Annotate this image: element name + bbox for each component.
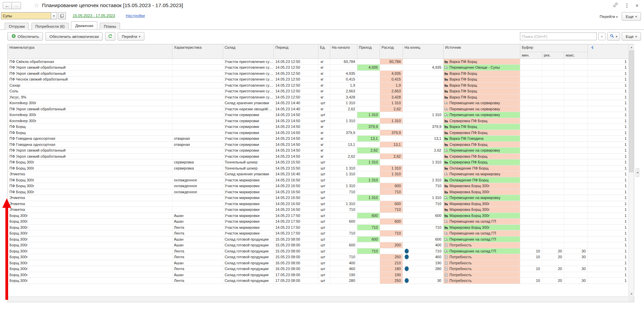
- segment-input[interactable]: [1, 12, 51, 19]
- table-row[interactable]: ПФ Укроп свежий обработанныйУчасток серв…: [8, 153, 628, 159]
- refresh-button[interactable]: [105, 32, 115, 41]
- cell-nomenclature: Уксус, 9%: [8, 94, 172, 100]
- col-income[interactable]: Приход: [357, 44, 380, 59]
- table-row[interactable]: Борщ 300гАшанУчасток маркировки14.05.23 …: [8, 219, 628, 225]
- app-window: ← → ☆ Планирование цепочек поставок [15.…: [0, 0, 644, 310]
- table-row[interactable]: Борщ 300гАшанСклад готовой продукции15.0…: [8, 242, 628, 248]
- col-buffer-min[interactable]: мин.: [520, 52, 542, 59]
- table-row[interactable]: Контейнер 300гУчасток сервировки14.05.23…: [8, 112, 628, 118]
- chevron-down-icon: ▾: [635, 35, 637, 38]
- source-cell-content: Варка ПФ Борщ: [444, 83, 519, 88]
- panel-collapse-handle[interactable]: ◀: [636, 168, 639, 177]
- cell-warehouse: Участок сервировки: [223, 136, 273, 142]
- close-icon[interactable]: ×: [636, 3, 639, 8]
- horizontal-scrollbar[interactable]: [8, 296, 628, 302]
- col-source[interactable]: Источник: [443, 44, 520, 59]
- table-row[interactable]: ПФ Укроп свежий обработанныйУчасток приг…: [8, 65, 628, 71]
- tab-shipments[interactable]: Отгрузки: [5, 23, 29, 30]
- vertical-scrollbar[interactable]: ▲ ▼: [628, 44, 634, 296]
- table-row[interactable]: ПФ БорщУчасток сервировки14.05.23 14:50к…: [8, 124, 628, 130]
- source-cell-content: Сервировка ПФ Борщ: [444, 159, 519, 165]
- table-row[interactable]: Борщ 300гАшанСклад готовой продукции15.0…: [8, 236, 628, 242]
- link-icon[interactable]: [613, 2, 618, 9]
- col-end[interactable]: На конец: [403, 44, 443, 59]
- segment-dropdown-button[interactable]: ▾: [51, 12, 57, 19]
- cell-end: [403, 106, 443, 112]
- period-link[interactable]: 15.05.2023 - 17.05.2023: [73, 14, 115, 18]
- back-button[interactable]: ←: [3, 2, 12, 9]
- cell-period: 14.05.23 14:50: [273, 118, 318, 124]
- tab-movements[interactable]: Движения: [71, 21, 97, 29]
- segment-choose-button[interactable]: [58, 12, 66, 19]
- table-row[interactable]: ЭтикеткаУчасток маркировки14.05.23 16:50…: [8, 207, 628, 213]
- provide-button[interactable]: Обеспечить: [7, 32, 43, 41]
- col-period[interactable]: Период: [273, 44, 318, 59]
- tab-plans[interactable]: Планы: [100, 23, 120, 30]
- table-row[interactable]: СахарУчасток приготовления су…14.05.23 1…: [8, 82, 628, 88]
- col-start[interactable]: На начало: [330, 44, 357, 59]
- scrollbar-thumb[interactable]: [629, 50, 634, 172]
- table-row[interactable]: Борщ 300гАшанСклад готовой продукции16.0…: [8, 260, 628, 266]
- kebab-menu-icon[interactable]: [626, 3, 627, 9]
- provide-auto-button[interactable]: Обеспечить автоматически: [45, 32, 103, 41]
- more-button-toolbar[interactable]: Еще▾: [622, 32, 641, 41]
- table-row[interactable]: ПФ Свёкла обработаннаяУчасток приготовле…: [8, 59, 628, 65]
- search-input[interactable]: [520, 32, 597, 40]
- cell-warehouse: Склад готовой продукции: [223, 248, 273, 254]
- cell-unit: кг: [318, 88, 330, 94]
- table-row[interactable]: ПФ Говядина односортнаяотварнаяУчасток с…: [8, 136, 628, 142]
- cell-buffer-min: [520, 201, 542, 207]
- table-row[interactable]: ПФ Чеснок свежий обработанныйУчасток при…: [8, 76, 628, 83]
- table-row[interactable]: ПФ БорщУчасток сервировки14.05.23 14:50к…: [8, 130, 628, 136]
- table-row[interactable]: ПФ Укроп свежий обработанныйУчасток наре…: [8, 106, 628, 112]
- search-clear-button[interactable]: ×: [598, 32, 605, 40]
- table-row[interactable]: Борщ 300гАшанСклад готовой продукции17.0…: [8, 272, 628, 278]
- table-row[interactable]: ЭтикеткаУчасток маркировки14.05.23 16:50…: [8, 201, 628, 207]
- table-row[interactable]: СольУчасток приготовления су…14.05.23 12…: [8, 88, 628, 94]
- table-row[interactable]: Борщ 300гЛентаСклад готовой продукции15.…: [8, 254, 628, 260]
- table-row[interactable]: ПФ Борщ 300гсервировкаТоннельный шокер14…: [8, 165, 628, 171]
- table-row[interactable]: ПФ Борщ 300гсервировкаТоннельный шокер14…: [8, 159, 628, 165]
- goto-menu[interactable]: Перейти ▾: [600, 15, 618, 19]
- goto-button[interactable]: Перейти▾: [118, 32, 144, 41]
- col-distribution[interactable]: [588, 44, 628, 59]
- col-unit[interactable]: Ед.: [318, 44, 330, 59]
- cell-characteristic: [172, 59, 223, 65]
- col-characteristic[interactable]: Характеристика: [172, 44, 223, 59]
- cell-buffer-min: [520, 159, 542, 165]
- table-row[interactable]: ПФ Борщ 300гохлажденноеУчасток маркировк…: [8, 183, 628, 189]
- favorite-star-icon[interactable]: ☆: [34, 2, 39, 9]
- more-button-top[interactable]: Еще▾: [622, 12, 641, 21]
- table-row[interactable]: Уксус, 9%Участок приготовления су…14.05.…: [8, 94, 628, 100]
- table-row[interactable]: Контейнер 300гСклад хранения упаковки14.…: [8, 100, 628, 106]
- cell-source: Перемещение на сервировку: [443, 100, 520, 106]
- table-row[interactable]: Борщ 300гЛентаСклад готовой продукции16.…: [8, 266, 628, 272]
- table-row[interactable]: ЭтикеткаУчасток маркировки14.05.23 16:50…: [8, 195, 628, 201]
- table-row[interactable]: ЭтикеткаСклад хранения упаковки14.05.23 …: [8, 171, 628, 177]
- scroll-up-button[interactable]: ▲: [629, 44, 634, 50]
- table-row[interactable]: Борщ 300гЛентаСклад готовой продукции17.…: [8, 278, 628, 284]
- table-row[interactable]: Борщ 300гЛентаУчасток маркировки14.05.23…: [8, 224, 628, 230]
- col-expense[interactable]: Расход: [380, 44, 403, 59]
- table-row[interactable]: ПФ Укроп свежий обработанныйУчасток серв…: [8, 148, 628, 154]
- col-buffer-max[interactable]: макс.: [564, 52, 588, 59]
- table-row[interactable]: Борщ 300гЛентаСклад готовой продукции15.…: [8, 248, 628, 254]
- table-row[interactable]: Контейнер 300гУчасток сервировки14.05.23…: [8, 118, 628, 124]
- forward-button[interactable]: →: [12, 2, 21, 9]
- table-row[interactable]: ПФ Борщ 300гохлажденноеУчасток маркировк…: [8, 177, 628, 183]
- col-nomenclature[interactable]: Номенклатура: [8, 44, 172, 59]
- col-buffer[interactable]: Буфер: [520, 44, 588, 52]
- table-row[interactable]: ПФ Борщ 300гохлажденноеУчасток маркировк…: [8, 189, 628, 195]
- tab-requirements[interactable]: Потребности (6): [31, 23, 69, 30]
- col-buffer-rek[interactable]: рек.: [542, 52, 564, 59]
- table-row[interactable]: Борщ 300гАшанУчасток маркировки14.05.23 …: [8, 213, 628, 219]
- scroll-down-button[interactable]: ▼: [629, 291, 634, 296]
- table-row[interactable]: ПФ Укроп свежий обработанныйУчасток приг…: [8, 70, 628, 76]
- col-warehouse[interactable]: Склад: [223, 44, 273, 59]
- settings-link[interactable]: Настройки: [126, 14, 145, 18]
- table-row[interactable]: Борщ 300гЛентаУчасток маркировки14.05.23…: [8, 230, 628, 237]
- search-button[interactable]: ▾: [607, 32, 620, 41]
- table-row[interactable]: ПФ Говядина односортнаяотварнаяУчасток с…: [8, 141, 628, 148]
- cell-buffer-min: [520, 242, 542, 248]
- cell-unit: кг: [318, 106, 330, 112]
